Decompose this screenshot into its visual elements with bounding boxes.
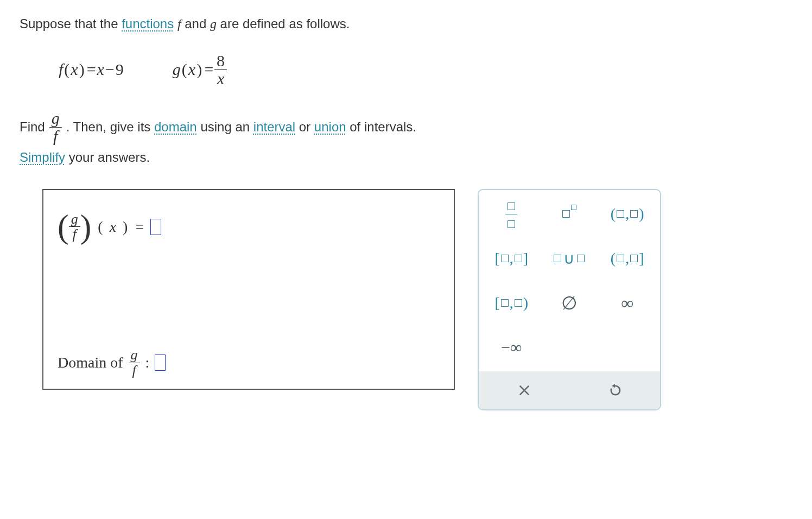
palette-fraction-button[interactable] <box>487 198 536 230</box>
find-label: Find <box>20 119 45 135</box>
intro-text-1: Suppose that the <box>20 16 122 31</box>
then-text: . Then, give its domain using an interva… <box>66 119 416 135</box>
simplify-instruction: Simplify your answers. <box>20 150 792 165</box>
glossary-link-functions[interactable]: functions <box>122 16 174 31</box>
palette-undo-button[interactable] <box>603 378 627 402</box>
glossary-link-interval[interactable]: interval <box>253 119 295 134</box>
palette-neg-infinity-button[interactable]: −∞ <box>487 331 536 364</box>
expression-input[interactable] <box>150 219 161 235</box>
left-paren-icon: ( <box>58 213 69 240</box>
palette-clear-button[interactable] <box>512 378 536 402</box>
glossary-link-union[interactable]: union <box>314 119 346 134</box>
f-definition: f(x)=x−9 <box>59 60 124 79</box>
palette-interval-open-closed-button[interactable]: (,] <box>603 242 652 275</box>
palette-spacer <box>545 331 594 364</box>
domain-label: Domain of <box>58 354 123 371</box>
answer-box: ( g f ) (x) = Domain of g f : <box>42 189 455 390</box>
g-definition: g(x)= 8 x <box>173 52 227 87</box>
intro-text-2: f and g are defined as follows. <box>174 16 350 31</box>
glossary-link-simplify[interactable]: Simplify <box>20 150 65 164</box>
palette-union-button[interactable]: ∪ <box>545 242 594 275</box>
close-icon <box>517 383 531 397</box>
palette-interval-closed-closed-button[interactable]: [,] <box>487 242 536 275</box>
palette-spacer <box>603 331 652 364</box>
domain-input[interactable] <box>155 355 166 371</box>
glossary-link-domain[interactable]: domain <box>154 119 197 134</box>
right-paren-icon: ) <box>80 213 92 240</box>
undo-icon <box>607 383 623 398</box>
problem-statement: Suppose that the functions f and g are d… <box>20 16 792 31</box>
find-instruction: Find g f . Then, give its domain using a… <box>20 110 792 144</box>
function-definitions: f(x)=x−9 g(x)= 8 x <box>59 52 792 87</box>
palette-infinity-button[interactable]: ∞ <box>603 287 652 319</box>
palette-interval-open-open-button[interactable]: (,) <box>603 198 652 230</box>
domain-row: Domain of g f : <box>58 347 440 378</box>
quotient-expression-row: ( g f ) (x) = <box>58 212 440 242</box>
palette-empty-set-button[interactable]: ∅ <box>545 287 594 319</box>
palette-exponent-button[interactable] <box>545 198 594 230</box>
palette-interval-closed-open-button[interactable]: [,) <box>487 287 536 319</box>
symbol-palette: (,) [,] ∪ (,] [,) ∅ ∞ −∞ <box>478 189 661 410</box>
